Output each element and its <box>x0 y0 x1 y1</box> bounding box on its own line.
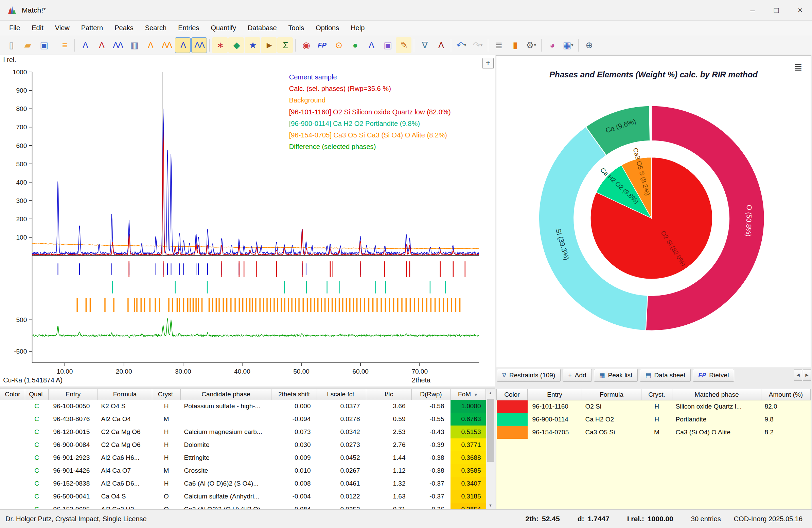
col-header-scale[interactable]: I scale fct. <box>317 389 366 400</box>
calculate-fom-icon[interactable]: Σ <box>277 37 293 53</box>
legend-item: [96-101-1160] O2 Si Silicon oxide Quartz… <box>289 108 451 116</box>
unit-cell-view-icon[interactable]: ⊙ <box>331 37 346 53</box>
col-header-fom[interactable]: FoM▼ <box>450 389 486 400</box>
show-peak-markers-icon[interactable]: ΛΛ <box>191 37 207 53</box>
new-document-icon[interactable]: ▯ <box>3 37 19 53</box>
col-header-shift[interactable]: 2theta shift <box>272 389 317 400</box>
search-restraints-icon[interactable]: ★ <box>245 37 260 53</box>
scrollbar-thumb[interactable] <box>487 399 494 462</box>
phase-pie-chart[interactable]: O (50.8%)Si (39.3%)Ca (9.6%)O2 Si (82.0%… <box>496 56 811 367</box>
close-button[interactable]: × <box>788 0 812 20</box>
col-header-drwp[interactable]: D(Rwp) <box>412 389 450 400</box>
tab-rietveld[interactable]: FPRietvel <box>693 369 734 382</box>
quick-id-icon[interactable]: ► <box>261 37 277 53</box>
menu-help[interactable]: Help <box>345 21 370 35</box>
reference-database-icon[interactable]: ▮ <box>507 37 523 53</box>
report-sign-icon[interactable]: ✎ <box>396 37 411 53</box>
col-header-cryst[interactable]: Cryst. <box>641 389 672 400</box>
cell-iic: 3.66 <box>366 400 412 413</box>
candidate-row[interactable]: C96-901-4426Al4 Ca O7MGrossite0.0100.026… <box>0 464 486 477</box>
search-match-icon[interactable]: ∗ <box>212 37 228 53</box>
raw-data-processing-icon[interactable]: Λ <box>93 37 109 53</box>
chart-menu-icon[interactable]: ≣ <box>794 61 802 73</box>
matched-phase-row[interactable]: 96-154-0705Ca3 O5 SiMCa3 (Si O4) O Alite… <box>497 426 811 439</box>
scroll-up-icon[interactable]: ▲ <box>486 389 495 397</box>
candidate-row[interactable]: C96-153-0605Al3 Ca2 H3...OCa3 (Al O2)3 (… <box>0 503 486 509</box>
menu-edit[interactable]: Edit <box>26 21 49 35</box>
menu-peaks[interactable]: Peaks <box>109 21 139 35</box>
menu-search[interactable]: Search <box>139 21 172 35</box>
candidate-row[interactable]: C96-120-0015C2 Ca Mg O6HCalcium magnesiu… <box>0 425 486 438</box>
graphics-options-icon[interactable]: ▦▾ <box>560 37 576 53</box>
menu-options[interactable]: Options <box>310 21 345 35</box>
tab-data-sheet[interactable]: ▤Data sheet <box>640 369 691 382</box>
col-header-color[interactable]: Color <box>497 389 528 400</box>
histogram-view-icon[interactable]: ▥ <box>126 37 142 53</box>
maximize-button[interactable]: □ <box>765 0 788 20</box>
candidate-row[interactable]: C96-100-0050K2 O4 SHPotassium sulfate - … <box>0 400 486 413</box>
col-header-entry[interactable]: Entry <box>528 389 582 400</box>
tab-peak-list[interactable]: ▦Peak list <box>594 369 638 382</box>
tab-restraints[interactable]: ∇Restraints (109) <box>497 369 561 382</box>
candidate-row[interactable]: C96-500-0041Ca O4 SOCalcium sulfate (Anh… <box>0 490 486 503</box>
save-document-icon[interactable]: ▣ <box>36 37 51 53</box>
candidate-row[interactable]: C96-430-8076Al2 Ca O4M-0.0940.02780.59-0… <box>0 413 486 425</box>
tools-menu-icon[interactable]: ⚙▾ <box>523 37 539 53</box>
tab-scroll-right-icon[interactable]: ▶ <box>803 369 811 381</box>
undo-icon[interactable]: ↶▾ <box>453 37 469 53</box>
anode-label: Cu-Ka (1.541874 A) <box>3 376 62 384</box>
menu-file[interactable]: File <box>3 21 26 35</box>
candidate-row[interactable]: C96-901-2923Al2 Ca6 H6...HEttringite0.00… <box>0 451 486 464</box>
col-header-formula[interactable]: Formula <box>98 389 152 400</box>
show-exp-pattern-icon[interactable]: Λ <box>175 37 191 53</box>
menu-database[interactable]: Database <box>242 21 283 35</box>
cell-shift: -0.094 <box>272 413 317 425</box>
restraints-filter-icon[interactable]: ∇ <box>417 37 432 53</box>
periodic-table-icon[interactable]: ◉ <box>298 37 314 53</box>
col-header-formula[interactable]: Formula <box>582 389 641 400</box>
sphere-view-icon[interactable]: ● <box>347 37 363 53</box>
peak-fitting-icon[interactable]: ΛΛ <box>110 37 125 53</box>
col-header-phase[interactable]: Matched phase <box>672 389 762 400</box>
entry-list-icon[interactable]: ≡ <box>56 37 72 53</box>
col-header-qual[interactable]: Qual. <box>25 389 48 400</box>
database-manager-icon[interactable]: ≣ <box>491 37 506 53</box>
col-header-phase[interactable]: Candidate phase <box>181 389 272 400</box>
phase-color-swatch <box>497 413 528 426</box>
background-subtract-icon[interactable]: Λ <box>142 37 158 53</box>
cell-entry: 96-901-4426 <box>48 464 98 477</box>
col-header-amount[interactable]: Amount (%) <box>762 389 811 400</box>
rietveld-refine-icon[interactable]: Λ <box>433 37 448 53</box>
tab-add[interactable]: +Add <box>563 369 592 382</box>
minimize-button[interactable]: – <box>741 0 765 20</box>
col-header-entry[interactable]: Entry <box>48 389 98 400</box>
candidate-row[interactable]: C96-900-0084C2 Ca Mg O6HDolomite0.0300.0… <box>0 438 486 451</box>
peak-search-icon[interactable]: Λ <box>77 37 93 53</box>
matched-phase-row[interactable]: 96-101-1160O2 SiHSilicon oxide Quartz l.… <box>497 400 811 413</box>
menu-quantify[interactable]: Quantify <box>205 21 242 35</box>
open-document-icon[interactable]: ▰ <box>19 37 35 53</box>
col-header-iic[interactable]: I/Ic <box>366 389 412 400</box>
tab-scroll-left-icon[interactable]: ◀ <box>794 369 802 381</box>
matched-phase-row[interactable]: 96-900-0114Ca H2 O2HPortlandite9.8 <box>497 413 811 426</box>
menu-entries[interactable]: Entries <box>172 21 205 35</box>
toolbar-separator <box>414 39 414 51</box>
color-options-icon[interactable]: ◕ <box>544 37 560 53</box>
menu-pattern[interactable]: Pattern <box>75 21 109 35</box>
col-header-color[interactable]: Color <box>0 389 25 400</box>
menu-view[interactable]: View <box>49 21 75 35</box>
candidate-scrollbar[interactable]: ▲ ▼ <box>486 389 495 509</box>
fp-settings-icon[interactable]: FP <box>314 37 330 53</box>
diffraction-chart[interactable]: 1000900800700600500400300200100500-50010… <box>0 55 495 387</box>
scroll-down-icon[interactable]: ▼ <box>486 501 495 509</box>
candidate-row[interactable]: C96-152-0838Al2 Ca6 D6...HCa6 (Al (O D)6… <box>0 477 486 490</box>
crystal-structure-icon[interactable]: ▣ <box>379 37 395 53</box>
zoom-in-button[interactable]: + <box>482 58 494 69</box>
col-header-cryst[interactable]: Cryst. <box>152 389 181 400</box>
zoom-search-icon[interactable]: ⊕ <box>581 37 597 53</box>
menu-tools[interactable]: Tools <box>283 21 310 35</box>
search-clusters-icon[interactable]: ◆ <box>228 37 244 53</box>
cell-entry: 96-120-0015 <box>48 425 98 438</box>
calculated-pattern-icon[interactable]: Λ <box>363 37 379 53</box>
profile-fitting-icon[interactable]: ΛΛ <box>159 37 174 53</box>
